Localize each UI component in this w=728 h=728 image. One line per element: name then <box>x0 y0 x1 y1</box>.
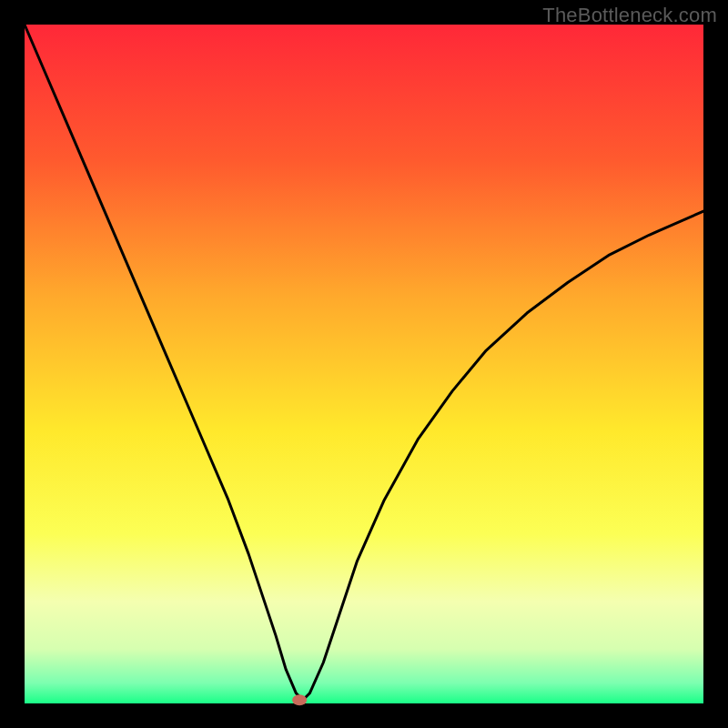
bottleneck-chart <box>0 0 728 728</box>
plot-background <box>25 25 703 703</box>
watermark-text: TheBottleneck.com <box>542 4 717 27</box>
chart-container: TheBottleneck.com <box>0 0 728 728</box>
optimal-marker <box>292 694 307 705</box>
